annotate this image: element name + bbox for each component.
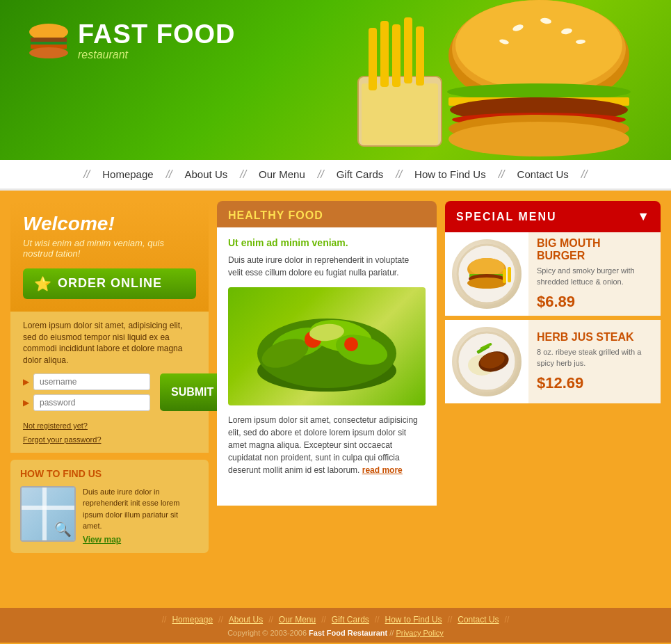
find-us-box: HOW TO FIND US 🔍 Duis aute irure dolor i…	[10, 460, 209, 553]
nav-sep-start: //	[83, 168, 90, 181]
login-desc: Lorem ipsum dolor sit amet, adipisicing …	[23, 320, 196, 367]
menu-item-2-image	[445, 320, 528, 403]
footer: // Homepage // About Us // Our Menu // G…	[0, 608, 671, 643]
special-menu-header: SPECIAL MENU ▼	[445, 201, 661, 232]
site-tagline: restaurant	[78, 49, 235, 61]
footer-find-us[interactable]: How to Find Us	[380, 615, 448, 625]
dropdown-arrow-icon[interactable]: ▼	[637, 209, 649, 224]
nav-sep-4: //	[396, 168, 402, 181]
nav-menu[interactable]: Our Menu	[246, 168, 318, 180]
svg-point-40	[467, 277, 506, 289]
menu-item-2: HERB JUS STEAK 8 oz. ribeye steak grille…	[445, 320, 661, 403]
order-online-button[interactable]: ⭐ ORDER ONLINE	[23, 268, 196, 299]
view-map-link[interactable]: View map	[83, 535, 199, 545]
username-input[interactable]	[33, 373, 150, 390]
password-arrow-icon: ▶	[23, 398, 29, 408]
steak-plate-icon	[452, 327, 522, 396]
footer-menu[interactable]: Our Menu	[273, 615, 321, 625]
main-nav: // Homepage // About Us // Our Menu // G…	[0, 160, 671, 191]
svg-point-33	[344, 337, 358, 351]
footer-nav: // Homepage // About Us // Our Menu // G…	[14, 615, 657, 625]
header: FAST FOOD restaurant	[0, 0, 671, 160]
nav-about[interactable]: About Us	[172, 168, 241, 180]
footer-homepage[interactable]: Homepage	[166, 615, 218, 625]
nav-sep-1: //	[166, 168, 172, 181]
star-icon: ⭐	[34, 275, 52, 292]
special-menu: SPECIAL MENU ▼	[445, 201, 661, 597]
sidebar: Welcome! Ut wisi enim ad minim veniam, q…	[10, 201, 209, 597]
find-us-description: Duis aute irure dolor in reprehenderit i…	[83, 486, 199, 532]
logo: FAST FOOD restaurant	[28, 21, 235, 61]
welcome-box: Welcome! Ut wisi enim ad minim veniam, q…	[10, 201, 209, 312]
map-search-icon: 🔍	[54, 521, 72, 538]
special-menu-title: SPECIAL MENU	[456, 211, 557, 223]
burger-header-icon	[428, 0, 636, 160]
nav-sep-5: //	[499, 168, 505, 181]
menu-item-2-name: HERB JUS STEAK	[537, 331, 651, 344]
nav-homepage[interactable]: Homepage	[90, 168, 165, 180]
brand-name: Fast Food Restaurant	[309, 629, 387, 637]
svg-point-14	[455, 0, 622, 90]
footer-gift-cards[interactable]: Gift Cards	[326, 615, 375, 625]
username-row: ▶	[23, 373, 150, 390]
healthy-food-title: HEALTHY FOOD	[228, 209, 426, 222]
svg-rect-41	[503, 269, 506, 283]
svg-rect-1	[31, 38, 67, 42]
svg-rect-7	[369, 28, 377, 90]
nav-sep-2: //	[240, 168, 246, 181]
nav-contact[interactable]: Contact Us	[505, 168, 581, 180]
map-thumbnail: 🔍	[20, 486, 76, 542]
footer-about[interactable]: About Us	[223, 615, 268, 625]
not-registered-link[interactable]: Not registered yet?	[23, 419, 196, 433]
salad-icon	[243, 294, 410, 399]
nav-sep-3: //	[318, 168, 324, 181]
article-subtitle: Ut enim ad minim veniam.	[228, 237, 426, 248]
read-more-link[interactable]: read more	[362, 465, 403, 475]
article-body: Lorem ipsum dolor sit amet, consectetur …	[228, 414, 426, 476]
password-row: ▶	[23, 394, 150, 411]
privacy-policy-link[interactable]: Privacy Policy	[396, 629, 443, 637]
menu-item-1: BIG MOUTH BURGER Spicy and smoky burger …	[445, 232, 661, 316]
footer-contact[interactable]: Contact Us	[452, 615, 504, 625]
footer-sep-end: //	[505, 615, 510, 625]
nav-gift-cards[interactable]: Gift Cards	[324, 168, 396, 180]
burger-logo-icon	[28, 24, 70, 58]
svg-point-4	[29, 47, 68, 58]
welcome-sub: Ut wisi enim ad minim veniam, quis nostr…	[23, 238, 196, 259]
article-intro: Duis aute irure dolor in reprehenderit i…	[228, 254, 426, 279]
username-arrow-icon: ▶	[23, 377, 29, 387]
footer-sep-2: //	[268, 615, 273, 625]
find-us-title: HOW TO FIND US	[20, 468, 199, 479]
nav-find-us[interactable]: How to Find Us	[402, 168, 499, 180]
welcome-title: Welcome!	[23, 214, 196, 235]
svg-rect-11	[416, 26, 424, 86]
svg-point-25	[448, 122, 629, 156]
burger-plate-icon	[452, 239, 522, 309]
copyright-text: Copyright © 2003-2006	[227, 629, 307, 637]
svg-rect-8	[380, 21, 389, 87]
svg-rect-6	[362, 83, 438, 145]
submit-button[interactable]: SUBMIT	[160, 373, 225, 411]
menu-item-2-desc: 8 oz. ribeye steak grilled with a spicy …	[537, 347, 651, 369]
login-links: Not registered yet? Forgot your password…	[23, 419, 196, 447]
footer-copyright: Copyright © 2003-2006 Fast Food Restaura…	[14, 629, 657, 637]
footer-sep-4: //	[375, 615, 380, 625]
svg-point-37	[469, 258, 504, 276]
menu-item-1-name: BIG MOUTH BURGER	[537, 237, 651, 261]
find-us-content: 🔍 Duis aute irure dolor in reprehenderit…	[20, 486, 199, 545]
password-input[interactable]	[33, 394, 150, 411]
footer-sep-3: //	[321, 615, 326, 625]
map-road-v	[42, 488, 47, 540]
map-road-h	[22, 506, 74, 510]
menu-item-1-info: BIG MOUTH BURGER Spicy and smoky burger …	[528, 237, 651, 311]
menu-item-2-price: $12.69	[537, 374, 651, 392]
nav-sep-end: //	[581, 168, 588, 181]
order-btn-label: ORDER ONLINE	[58, 276, 162, 291]
middle-section: HEALTHY FOOD Ut enim ad minim veniam. Du…	[217, 201, 437, 597]
menu-item-1-price: $6.89	[537, 293, 651, 311]
footer-sep-5: //	[448, 615, 453, 625]
menu-item-2-info: HERB JUS STEAK 8 oz. ribeye steak grille…	[528, 331, 651, 392]
healthy-food-body: Ut enim ad minim veniam. Duis aute irure…	[217, 227, 437, 506]
svg-rect-9	[392, 24, 401, 87]
forgot-password-link[interactable]: Forgot your password?	[23, 433, 196, 447]
